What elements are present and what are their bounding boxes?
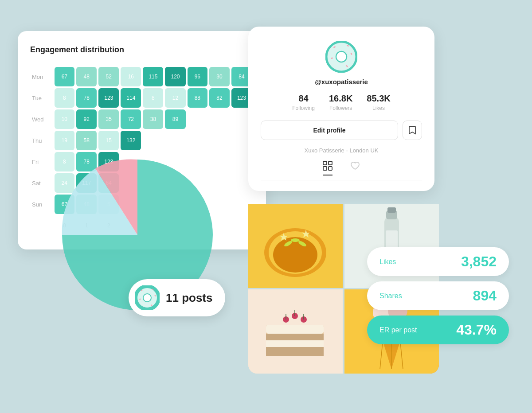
heart-icon bbox=[350, 161, 360, 171]
heatmap-cell: 8 bbox=[143, 88, 163, 108]
heatmap-cell: 16 bbox=[121, 67, 141, 86]
day-label-mon: Mon bbox=[32, 67, 53, 86]
stat-value: 894 bbox=[473, 288, 497, 304]
heatmap-cell: 82 bbox=[209, 88, 230, 108]
heatmap-cell: 78 bbox=[76, 88, 97, 108]
heatmap-cell: 12 bbox=[165, 88, 185, 108]
day-label-sun: Sun bbox=[32, 195, 53, 214]
heatmap-cell: 120 bbox=[165, 67, 185, 86]
likes-label: Likes bbox=[372, 105, 385, 111]
stat-label: Shares bbox=[379, 292, 402, 300]
heatmap-cell: 123 bbox=[98, 88, 119, 108]
heatmap-cell: 88 bbox=[188, 88, 208, 108]
heatmap-cell: 8 bbox=[55, 88, 75, 108]
posts-count: 11 posts bbox=[166, 291, 213, 305]
heatmap-cell: 35 bbox=[98, 109, 119, 129]
svg-rect-21 bbox=[329, 167, 332, 170]
heatmap-cell bbox=[209, 109, 230, 129]
stat-label: Likes bbox=[379, 258, 396, 266]
heatmap-cell bbox=[143, 131, 163, 150]
heatmap-cell bbox=[188, 109, 208, 129]
stat-card-er-per-post: ER per post43.7% bbox=[367, 316, 509, 344]
tab-heart[interactable] bbox=[350, 161, 360, 175]
heatmap-cell bbox=[209, 131, 230, 150]
profile-stats: 84 Following 16.8K Followers 85.3K Likes bbox=[261, 94, 422, 112]
heatmap-cell bbox=[188, 131, 208, 150]
heatmap-cell: 30 bbox=[209, 67, 230, 86]
bookmark-button[interactable] bbox=[403, 121, 422, 140]
heatmap-cell: 52 bbox=[98, 67, 119, 86]
heatmap-cell: 58 bbox=[76, 131, 97, 150]
following-label: Following bbox=[292, 105, 315, 111]
heatmap-cell: 72 bbox=[121, 109, 141, 129]
profile-username: @xuxopatisserie bbox=[261, 78, 422, 86]
stat-card-shares: Shares894 bbox=[367, 281, 509, 310]
heatmap-cell: 96 bbox=[188, 67, 208, 86]
stat-following: 84 Following bbox=[292, 94, 315, 112]
svg-rect-34 bbox=[387, 207, 396, 213]
svg-rect-19 bbox=[329, 161, 332, 165]
photo-pie bbox=[248, 289, 343, 374]
svg-rect-18 bbox=[323, 161, 327, 165]
profile-bio: Xuxo Patisserie - London UK bbox=[261, 147, 422, 154]
heatmap-cell: 115 bbox=[143, 67, 163, 86]
profile-card: @xuxopatisserie 84 Following 16.8K Follo… bbox=[248, 27, 434, 191]
svg-point-25 bbox=[273, 237, 317, 273]
engagement-title: Engagement distribution bbox=[30, 45, 254, 55]
avatar-wrap bbox=[261, 41, 422, 73]
donut-icon bbox=[135, 285, 160, 310]
posts-badge: 11 posts bbox=[129, 279, 225, 316]
heatmap-cell: 132 bbox=[121, 131, 141, 150]
svg-point-27 bbox=[291, 238, 300, 242]
svg-rect-43 bbox=[266, 325, 324, 334]
svg-rect-45 bbox=[266, 340, 324, 347]
day-label-tue: Tue bbox=[32, 88, 53, 108]
photo-tart bbox=[248, 204, 343, 288]
heatmap-cell: 92 bbox=[76, 109, 97, 129]
stat-followers: 16.8K Followers bbox=[329, 94, 352, 112]
profile-actions: Edit profile bbox=[261, 121, 422, 140]
heatmap-cell bbox=[165, 131, 185, 150]
stat-likes: 85.3K Likes bbox=[367, 94, 390, 112]
day-label-wed: Wed bbox=[32, 109, 53, 129]
profile-tabs bbox=[261, 161, 422, 180]
svg-rect-46 bbox=[266, 347, 324, 356]
day-label-thu: Thu bbox=[32, 131, 53, 150]
stat-label: ER per post bbox=[379, 326, 417, 334]
heatmap-cell: 19 bbox=[55, 131, 75, 150]
following-value: 84 bbox=[292, 94, 315, 104]
svg-rect-44 bbox=[266, 334, 324, 340]
heatmap-cell: 38 bbox=[143, 109, 163, 129]
day-label-sat: Sat bbox=[32, 173, 53, 193]
stat-value: 43.7% bbox=[456, 322, 497, 338]
avatar bbox=[325, 41, 357, 73]
heatmap-cell: 48 bbox=[76, 67, 97, 86]
edit-profile-button[interactable]: Edit profile bbox=[261, 121, 398, 140]
heatmap-cell: 10 bbox=[55, 109, 75, 129]
stat-value: 3,852 bbox=[461, 253, 497, 270]
likes-value: 85.3K bbox=[367, 94, 390, 104]
svg-rect-20 bbox=[323, 167, 327, 170]
bookmark-icon bbox=[408, 125, 416, 135]
stats-panel: Likes3,852Shares894ER per post43.7% bbox=[367, 247, 509, 344]
heatmap-cell: 114 bbox=[121, 88, 141, 108]
stat-card-likes: Likes3,852 bbox=[367, 247, 509, 276]
heatmap-cell: 67 bbox=[55, 67, 75, 86]
tab-grid[interactable] bbox=[323, 161, 332, 175]
followers-value: 16.8K bbox=[329, 94, 352, 104]
grid-icon bbox=[323, 161, 332, 171]
followers-label: Followers bbox=[329, 105, 352, 111]
heatmap-cell: 15 bbox=[98, 131, 119, 150]
heatmap-cell: 89 bbox=[165, 109, 185, 129]
day-label-fri: Fri bbox=[32, 152, 53, 171]
